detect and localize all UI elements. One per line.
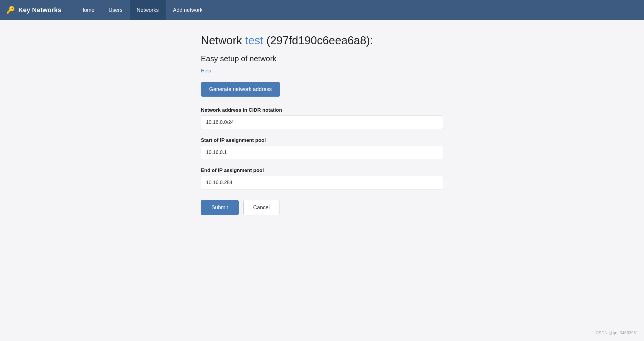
ip-pool-start-input[interactable]: [201, 146, 443, 159]
cancel-button[interactable]: Cancel: [243, 200, 279, 215]
form-actions: Submit Cancel: [201, 200, 443, 215]
ip-pool-end-input[interactable]: [201, 176, 443, 189]
ip-pool-start-label: Start of IP assignment pool: [201, 137, 443, 143]
page-title: Network test (297fd190c6eea6a8):: [201, 34, 443, 47]
nav-item-networks[interactable]: Networks: [130, 0, 166, 20]
ip-pool-end-label: End of IP assignment pool: [201, 168, 443, 173]
nav-item-add-network[interactable]: Add network: [166, 0, 210, 20]
page-title-suffix: (297fd190c6eea6a8):: [263, 34, 373, 47]
nav-item-home[interactable]: Home: [73, 0, 102, 20]
navbar: 🔑 Key Networks Home Users Networks Add n…: [0, 0, 644, 20]
watermark: CSDN @qq_34652981: [596, 330, 638, 335]
brand-logo[interactable]: 🔑 Key Networks: [6, 5, 61, 15]
generate-network-address-button[interactable]: Generate network address: [201, 82, 280, 97]
network-setup-form: Network address in CIDR notation Start o…: [201, 107, 443, 215]
submit-button[interactable]: Submit: [201, 200, 239, 215]
page-title-prefix: Network: [201, 34, 245, 47]
network-name: test: [245, 34, 263, 47]
ip-pool-end-group: End of IP assignment pool: [201, 168, 443, 189]
help-link[interactable]: Help: [201, 68, 211, 74]
network-address-group: Network address in CIDR notation: [201, 107, 443, 129]
network-address-input[interactable]: [201, 116, 443, 129]
brand-name: Key Networks: [18, 6, 61, 14]
main-content: Network test (297fd190c6eea6a8): Easy se…: [189, 20, 455, 229]
navbar-nav: Home Users Networks Add network: [73, 0, 210, 20]
section-title: Easy setup of network: [201, 54, 443, 63]
ip-pool-start-group: Start of IP assignment pool: [201, 137, 443, 159]
network-address-label: Network address in CIDR notation: [201, 107, 443, 113]
key-icon: 🔑: [6, 5, 15, 15]
nav-item-users[interactable]: Users: [102, 0, 130, 20]
